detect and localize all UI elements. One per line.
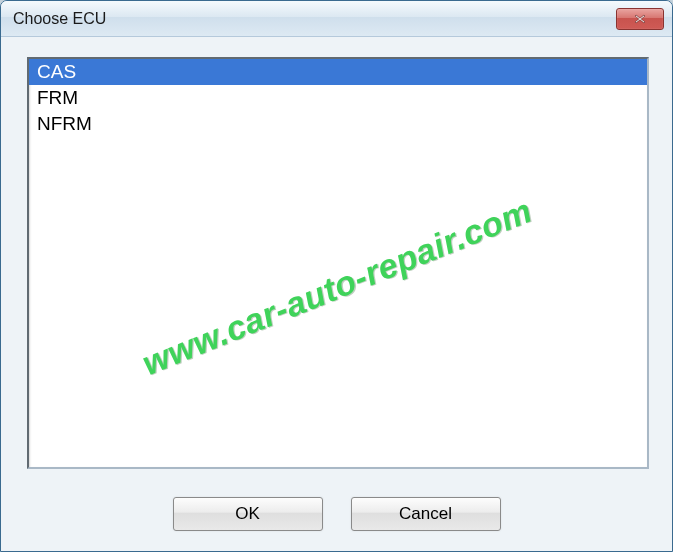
close-button[interactable] (616, 8, 664, 30)
cancel-button[interactable]: Cancel (351, 497, 501, 531)
ecu-listbox[interactable]: CAS FRM NFRM (27, 57, 649, 469)
button-row: OK Cancel (1, 497, 672, 531)
window-title: Choose ECU (13, 10, 106, 28)
close-icon (634, 10, 646, 28)
list-item[interactable]: FRM (29, 85, 647, 111)
list-item[interactable]: CAS (29, 59, 647, 85)
titlebar[interactable]: Choose ECU (1, 1, 672, 37)
client-area: CAS FRM NFRM OK Cancel (1, 37, 672, 551)
dialog-window: Choose ECU CAS FRM NFRM OK Cancel www.ca… (0, 0, 673, 552)
ok-button[interactable]: OK (173, 497, 323, 531)
list-item[interactable]: NFRM (29, 111, 647, 137)
